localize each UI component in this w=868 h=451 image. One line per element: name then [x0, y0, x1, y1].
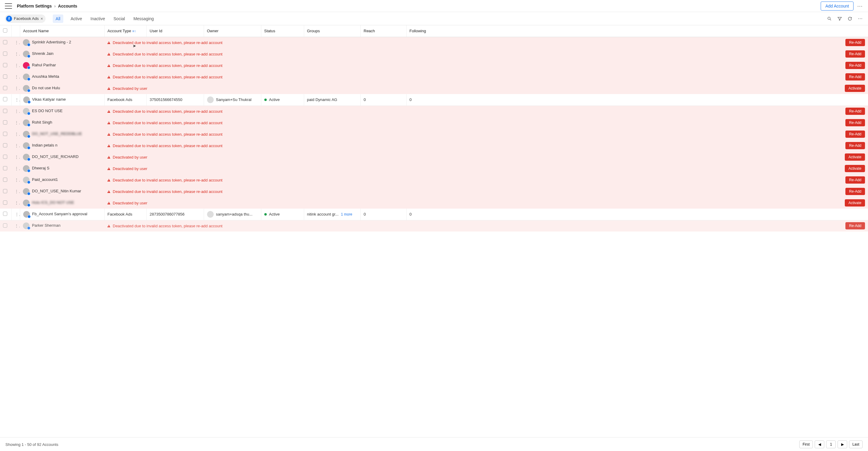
- row-checkbox[interactable]: [0, 83, 11, 94]
- column-groups[interactable]: Groups: [304, 25, 361, 37]
- readd-button[interactable]: Re-Add: [845, 188, 865, 195]
- readd-button[interactable]: Re-Add: [845, 108, 865, 115]
- chip-remove-icon[interactable]: ×: [40, 16, 43, 21]
- column-reach[interactable]: Reach: [361, 25, 406, 37]
- account-name-cell[interactable]: Dheeraj S: [20, 163, 104, 174]
- row-menu[interactable]: ⋮: [11, 71, 20, 83]
- account-name-cell[interactable]: DO_NOT_USE_REDDBLUE: [20, 128, 104, 140]
- pager-next-button[interactable]: ▶: [838, 441, 847, 448]
- account-name-cell[interactable]: Rohit Singh: [20, 117, 104, 128]
- account-name-cell[interactable]: Vikas Katiyar name: [20, 94, 104, 106]
- readd-button[interactable]: Re-Add: [845, 119, 865, 126]
- row-menu[interactable]: ⋮: [11, 94, 20, 106]
- column-following[interactable]: Following: [406, 25, 868, 37]
- pager-page-number[interactable]: 1: [826, 441, 836, 448]
- row-checkbox[interactable]: [0, 94, 11, 106]
- row-checkbox[interactable]: [0, 186, 11, 197]
- readd-button[interactable]: Re-Add: [845, 142, 865, 149]
- row-checkbox[interactable]: [0, 37, 11, 48]
- table-more-icon[interactable]: ⋯: [858, 16, 863, 22]
- row-menu[interactable]: ⋮: [11, 48, 20, 60]
- hamburger-menu[interactable]: [5, 3, 12, 9]
- deactivated-message: Deactivated by user: [104, 197, 406, 209]
- readd-button[interactable]: Re-Add: [845, 39, 865, 46]
- search-icon[interactable]: [827, 16, 832, 21]
- account-name-cell[interactable]: Anushka Mehta: [20, 71, 104, 83]
- row-menu[interactable]: ⋮: [11, 186, 20, 197]
- account-name-cell[interactable]: DO_NOT_USE_RICHARD: [20, 151, 104, 163]
- pager-prev-button[interactable]: ◀: [815, 441, 824, 448]
- tab-active[interactable]: Active: [69, 14, 83, 23]
- row-menu[interactable]: ⋮: [11, 106, 20, 117]
- activate-button[interactable]: Activate: [845, 85, 865, 92]
- row-menu[interactable]: ⋮: [11, 209, 20, 220]
- row-checkbox[interactable]: [0, 174, 11, 186]
- column-user-id[interactable]: User Id: [147, 25, 204, 37]
- tab-inactive[interactable]: Inactive: [89, 14, 106, 23]
- row-menu[interactable]: ⋮: [11, 151, 20, 163]
- row-checkbox[interactable]: [0, 117, 11, 128]
- account-name-cell[interactable]: Indian petals n: [20, 140, 104, 151]
- activate-button[interactable]: Activate: [845, 153, 865, 161]
- row-checkbox[interactable]: [0, 60, 11, 71]
- row-menu[interactable]: ⋮: [11, 174, 20, 186]
- readd-button[interactable]: Re-Add: [845, 222, 865, 230]
- readd-button[interactable]: Re-Add: [845, 176, 865, 184]
- tab-messaging[interactable]: Messaging: [132, 14, 155, 23]
- row-menu[interactable]: ⋮: [11, 60, 20, 71]
- row-checkbox[interactable]: [0, 48, 11, 60]
- row-checkbox[interactable]: [0, 128, 11, 140]
- pager-first-button[interactable]: First: [799, 441, 813, 448]
- column-status[interactable]: Status: [261, 25, 304, 37]
- row-checkbox[interactable]: [0, 163, 11, 174]
- row-checkbox[interactable]: [0, 106, 11, 117]
- row-checkbox[interactable]: [0, 220, 11, 232]
- row-menu[interactable]: ⋮: [11, 197, 20, 209]
- account-name-cell[interactable]: Rahul Parihar: [20, 60, 104, 71]
- account-name-cell[interactable]: Parker Sherman: [20, 220, 104, 232]
- activate-button[interactable]: Activate: [845, 199, 865, 207]
- readd-button[interactable]: Re-Add: [845, 130, 865, 138]
- refresh-icon[interactable]: [847, 16, 852, 21]
- breadcrumb-parent[interactable]: Platform Settings: [17, 4, 52, 8]
- row-menu[interactable]: ⋮: [11, 163, 20, 174]
- readd-button[interactable]: Re-Add: [845, 50, 865, 58]
- row-menu[interactable]: ⋮: [11, 37, 20, 48]
- column-account-name[interactable]: Account Name: [20, 25, 104, 37]
- row-checkbox[interactable]: [0, 151, 11, 163]
- deactivated-message: Deactivated due to invalid access token,…: [104, 140, 406, 151]
- table-row: ⋮ Rohit Singh Deactivated due to invalid…: [0, 117, 868, 128]
- row-menu[interactable]: ⋮: [11, 220, 20, 232]
- column-owner[interactable]: Owner: [204, 25, 261, 37]
- activate-button[interactable]: Activate: [845, 165, 865, 172]
- pager-last-button[interactable]: Last: [849, 441, 863, 448]
- account-name-cell[interactable]: ES DO NOT USE: [20, 106, 104, 117]
- add-account-button[interactable]: Add Account: [821, 1, 854, 10]
- row-checkbox[interactable]: [0, 197, 11, 209]
- account-name-cell[interactable]: Fb_Account Sanyam's approval: [20, 209, 104, 220]
- more-options-icon[interactable]: ⋯: [857, 3, 863, 9]
- account-name-cell[interactable]: Do not use Hulu: [20, 83, 104, 94]
- row-checkbox[interactable]: [0, 71, 11, 83]
- account-name-cell[interactable]: DO_NOT_USE_Nitin Kumar: [20, 186, 104, 197]
- row-menu[interactable]: ⋮: [11, 117, 20, 128]
- account-name-cell[interactable]: Paid_account1: [20, 174, 104, 186]
- filter-chip-facebook-ads[interactable]: f Facebook Ads ×: [5, 14, 45, 23]
- filter-icon[interactable]: [837, 16, 842, 21]
- row-checkbox[interactable]: [0, 140, 11, 151]
- select-all-checkbox[interactable]: [0, 25, 11, 37]
- account-name-cell[interactable]: Hulu ICS_DO NOT USE: [20, 197, 104, 209]
- readd-button[interactable]: Re-Add: [845, 73, 865, 81]
- groups-more-link[interactable]: 1 more: [341, 212, 352, 216]
- tab-all[interactable]: All: [53, 14, 64, 23]
- account-name-cell[interactable]: Sprinklr Advertising - 2: [20, 37, 104, 48]
- column-account-type[interactable]: Account Type≡↑: [104, 25, 147, 37]
- account-name-cell[interactable]: Shrenik Jain: [20, 48, 104, 60]
- row-checkbox[interactable]: [0, 209, 11, 220]
- row-menu[interactable]: ⋮: [11, 140, 20, 151]
- row-action-cell: Re-Add: [406, 186, 868, 197]
- tab-social[interactable]: Social: [113, 14, 126, 23]
- row-menu[interactable]: ⋮: [11, 128, 20, 140]
- row-menu[interactable]: ⋮: [11, 83, 20, 94]
- readd-button[interactable]: Re-Add: [845, 62, 865, 69]
